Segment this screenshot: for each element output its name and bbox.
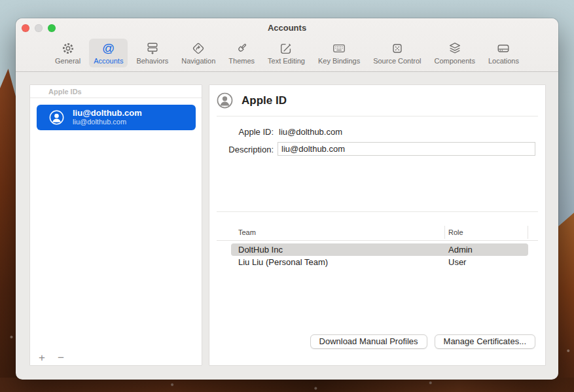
drive-icon — [495, 41, 511, 56]
apple-id-label: Apple ID: — [211, 127, 274, 137]
preferences-window: Accounts General @ Accounts — [16, 18, 558, 380]
download-manual-profiles-button[interactable]: Download Manual Profiles — [310, 334, 427, 349]
teams-table-header: Team Role — [231, 224, 528, 240]
tab-themes-label: Themes — [228, 57, 255, 65]
keyboard-icon — [331, 41, 347, 56]
tab-general[interactable]: General — [50, 39, 85, 67]
gear-icon — [60, 41, 76, 56]
add-account-button[interactable]: + — [37, 352, 47, 364]
tab-components[interactable]: Components — [430, 39, 480, 67]
manage-certificates-button[interactable]: Manage Certificates... — [435, 334, 535, 349]
team-row[interactable]: Liu Liu (Personal Team) User — [231, 256, 528, 268]
tab-navigation-label: Navigation — [181, 57, 215, 65]
column-separator — [528, 226, 528, 239]
team-column-header[interactable]: Team — [238, 228, 256, 236]
account-subtitle: liu@dolthub.com — [73, 118, 126, 126]
account-avatar-icon — [49, 110, 64, 125]
remove-account-button[interactable]: − — [56, 352, 66, 364]
tab-accounts[interactable]: @ Accounts — [89, 39, 128, 67]
team-row-selected[interactable]: DoltHub Inc Admin — [231, 243, 528, 256]
description-input[interactable] — [278, 142, 535, 156]
tab-text-editing-label: Text Editing — [268, 57, 305, 65]
tab-components-label: Components — [435, 57, 475, 65]
desktop: Accounts General @ Accounts — [0, 0, 574, 392]
tab-key-bindings-label: Key Bindings — [318, 57, 360, 65]
divider — [217, 211, 538, 212]
tab-key-bindings[interactable]: Key Bindings — [314, 39, 365, 67]
divider — [217, 116, 538, 116]
detail-buttons: Download Manual Profiles Manage Certific… — [310, 334, 535, 349]
tab-accounts-label: Accounts — [94, 57, 123, 65]
role-column-header[interactable]: Role — [448, 228, 463, 236]
preferences-tabstrip: General @ Accounts — [16, 37, 558, 72]
table-header-divider — [217, 240, 538, 241]
tab-source-control-label: Source Control — [373, 57, 421, 65]
tab-themes[interactable]: Themes — [224, 39, 259, 67]
behaviors-icon — [145, 41, 160, 56]
tab-general-label: General — [55, 57, 81, 65]
team-cell: Liu Liu (Personal Team) — [238, 257, 328, 267]
sidebar-footer: + − — [37, 352, 66, 364]
window-title: Accounts — [16, 23, 558, 33]
navigation-icon — [190, 41, 206, 56]
role-cell: User — [448, 257, 466, 267]
paintbrush-icon — [234, 41, 249, 56]
tab-locations-label: Locations — [488, 57, 519, 65]
tab-source-control[interactable]: Source Control — [368, 39, 425, 67]
accounts-pane: Apple IDs liu@dolthub.com liu@dolthub.co… — [16, 73, 558, 380]
accounts-sidebar: Apple IDs liu@dolthub.com liu@dolthub.co… — [29, 84, 202, 366]
description-label: Description: — [211, 145, 274, 154]
account-list-item[interactable]: liu@dolthub.com liu@dolthub.com — [37, 105, 196, 130]
window-chrome: Accounts General @ Accounts — [16, 18, 558, 72]
tab-text-editing[interactable]: Text Editing — [263, 39, 310, 67]
source-control-icon — [389, 41, 405, 56]
tab-navigation[interactable]: Navigation — [177, 39, 220, 67]
layers-icon — [447, 41, 463, 56]
role-cell: Admin — [448, 245, 473, 255]
team-cell: DoltHub Inc — [238, 245, 283, 255]
sidebar-header-label: Apple IDs — [48, 88, 82, 96]
apple-id-value: liu@dolthub.com — [279, 127, 342, 137]
account-detail: Apple ID Apple ID: liu@dolthub.com Descr… — [209, 84, 546, 366]
text-editing-icon — [278, 41, 294, 56]
at-icon: @ — [101, 41, 117, 56]
account-title: liu@dolthub.com — [73, 108, 142, 118]
apple-id-avatar-icon — [217, 92, 233, 109]
tab-locations[interactable]: Locations — [484, 39, 524, 67]
sidebar-header: Apple IDs — [30, 85, 202, 98]
tab-behaviors-label: Behaviors — [136, 57, 168, 65]
tab-behaviors[interactable]: Behaviors — [132, 39, 173, 67]
detail-title: Apple ID — [242, 94, 287, 107]
column-separator — [444, 226, 445, 239]
